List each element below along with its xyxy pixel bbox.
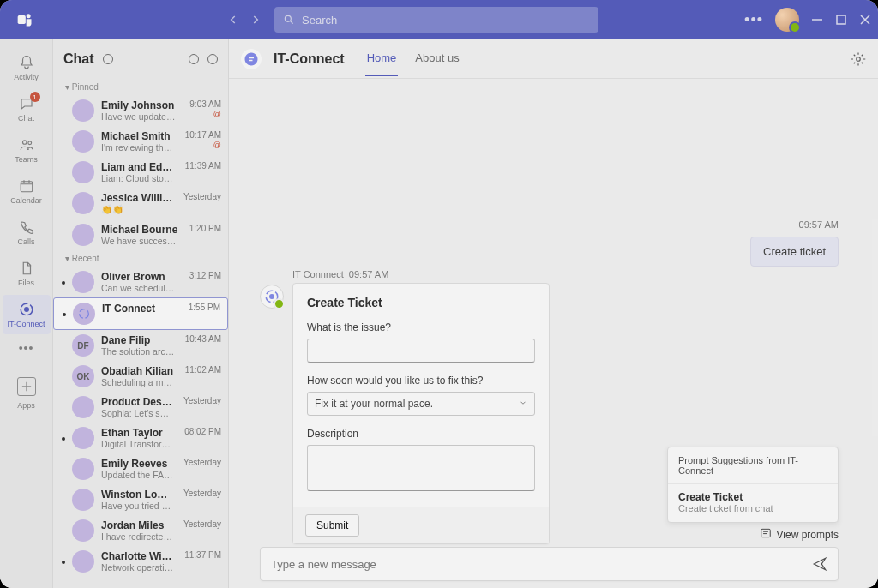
chat-list-item[interactable]: IT Connect1:55 PM [53,297,228,330]
desc-textarea[interactable] [307,445,535,491]
nav-back-icon[interactable] [225,11,242,28]
chat-list-item[interactable]: OKObadiah KilianScheduling a meeting wit… [53,361,228,392]
chat-avatar [72,130,94,153]
chat-avatar [72,396,94,418]
more-icon[interactable]: ••• [744,11,763,29]
search-icon [283,14,295,26]
chat-time: 1:20 PM [189,224,221,233]
maximize-icon[interactable] [835,14,847,26]
chat-name: Jessica Williams [101,192,173,204]
rail-label: IT-Connect [7,320,45,328]
recent-section-label[interactable]: Recent [53,250,228,267]
meet-icon[interactable] [189,54,199,64]
chat-time: 3:12 PM [189,271,221,280]
chat-list-item[interactable]: Emily JohnsonHave we updated the client … [53,95,228,126]
chat-avatar [73,303,95,325]
svg-rect-3 [837,15,845,24]
svg-rect-13 [761,529,770,537]
unread-dot-icon [62,561,65,564]
chat-avatar: DF [72,334,94,357]
mention-icon: @ [182,141,221,149]
chat-name: Ethan Taylor [101,427,174,439]
unread-dot-icon [62,171,65,175]
apps-add-icon[interactable] [17,377,36,396]
chat-avatar [72,99,94,122]
pinned-section-label[interactable]: Pinned [53,79,228,95]
gear-icon[interactable] [851,51,866,67]
outgoing-message: Create ticket [750,237,839,267]
message-compose[interactable] [260,547,839,581]
chat-list-item[interactable]: Jessica Williams👏👏Yesterday [53,188,228,219]
chat-list-item[interactable]: Jordan MilesI have redirected the ticket… [53,515,228,546]
rail-calls[interactable]: Calls [3,213,51,252]
rail-label: Teams [15,155,38,164]
chat-list-item[interactable]: Product Design TeamSophia: Let's set up … [53,392,228,423]
chat-name: Michael Smith [101,130,175,142]
chat-list-item[interactable]: Winston LopezHave you tried addressing t… [53,484,228,515]
chat-avatar [72,458,94,480]
svg-point-10 [857,57,861,61]
mention-icon: @ [186,110,221,118]
tab-home[interactable]: Home [365,41,399,76]
chat-list-item[interactable]: Ethan TaylorDigital Transformation trend… [53,423,228,453]
chat-name: Charlotte Wilson [101,550,174,562]
minimize-icon[interactable] [811,14,823,26]
chat-time: Yesterday [183,458,221,467]
rail-activity[interactable]: Activity [3,48,51,87]
chat-list-item[interactable]: Liam and EdwardLiam: Cloud storage optim… [53,157,228,188]
unread-dot-icon [62,110,65,113]
rail-more-icon[interactable]: ••• [19,336,34,360]
rail-files[interactable]: Files [3,254,51,293]
rail-calendar[interactable]: Calendar [3,171,51,211]
user-avatar[interactable] [775,8,799,32]
chat-list-item[interactable]: Oliver BrownCan we schedule a quick 1:1 … [53,267,228,297]
chat-time: 11:37 PM [184,550,221,560]
svg-point-12 [269,294,274,299]
chat-time: 10:17 AM [185,130,221,140]
compose-input[interactable] [271,558,812,571]
rail-it-connect[interactable]: IT-Connect [3,295,51,334]
chat-preview: 👏👏 [101,204,173,215]
chat-avatar: OK [72,365,94,387]
svg-rect-6 [21,182,33,192]
chat-time: 08:02 PM [184,427,221,436]
chat-preview: Have you tried addressing this i… [101,501,173,511]
svg-point-4 [22,141,27,145]
teams-icon [18,136,35,153]
search-box[interactable] [274,7,598,33]
chat-name: IT Connect [102,303,178,315]
svg-point-9 [80,309,89,319]
new-chat-icon[interactable] [207,54,218,64]
submit-button[interactable]: Submit [305,514,359,537]
filter-icon[interactable] [103,54,113,64]
search-input[interactable] [302,14,590,27]
chat-list-item[interactable]: DFDane FilipThe solution architecture fo… [53,330,228,361]
chat-preview: I have redirected the ticket to th… [101,531,173,542]
chat-name: Obadiah Kilian [101,365,175,377]
chat-preview: Network operations report ind… [101,562,174,573]
chevron-down-icon [519,398,527,410]
chat-list-item[interactable]: Michael SmithI'm reviewing the latest IT… [53,126,228,157]
rail-teams[interactable]: Teams [3,130,51,170]
chat-avatar [72,192,94,214]
prompt-item[interactable]: Create Ticket Create ticket from chat [668,484,838,522]
chat-time: Yesterday [183,519,221,529]
unread-dot-icon [62,530,65,533]
tab-about[interactable]: About us [413,41,460,76]
file-icon [18,260,35,277]
chat-preview: We have successfully thwarted… [101,236,179,246]
rail-chat[interactable]: 1Chat [3,89,51,129]
nav-forward-icon[interactable] [247,11,264,28]
chat-list-item[interactable]: Emily ReevesUpdated the FAQ session with… [53,453,228,484]
close-icon[interactable] [859,14,871,26]
chat-header-title: Chat [63,51,94,67]
view-prompts-link[interactable]: View prompts [760,527,839,542]
urgency-select[interactable]: Fix it at your normal pace. [307,392,535,416]
chat-list-item[interactable]: Charlotte WilsonNetwork operations repor… [53,546,228,577]
unread-dot-icon [62,345,65,348]
send-icon[interactable] [812,556,827,572]
issue-input[interactable] [307,339,535,363]
app-header: IT-Connect Home About us [229,39,878,79]
chat-name: Winston Lopez [101,489,173,501]
chat-list-item[interactable]: Michael BourneWe have successfully thwar… [53,219,228,250]
